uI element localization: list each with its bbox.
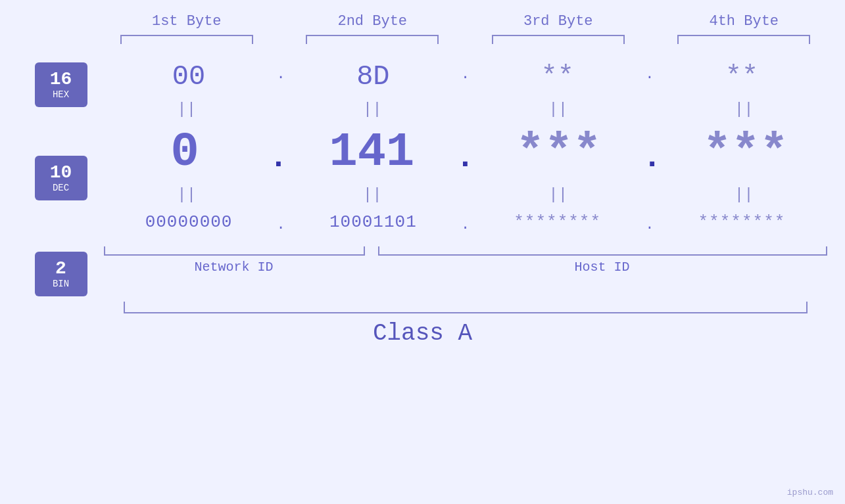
top-bracket-3 — [492, 35, 625, 44]
dec-badge: 10 DEC — [35, 156, 87, 200]
hex-byte1: 00 — [104, 49, 274, 99]
main-container: 1st Byte 2nd Byte 3rd Byte 4th Byte 16 — [0, 0, 845, 504]
dot-bin-1: . — [274, 217, 288, 233]
full-bottom-bracket — [124, 302, 808, 313]
eq1-1: || — [104, 99, 270, 120]
labels-column: 16 HEX 10 DEC 2 BIN — [18, 49, 104, 296]
dot-hex-2: . — [458, 66, 472, 83]
dot-hex-1: . — [274, 66, 288, 83]
eq1-2: || — [289, 99, 456, 120]
network-bracket — [104, 246, 365, 256]
dec-byte4: *** — [664, 120, 827, 185]
hex-byte3: ** — [472, 49, 642, 99]
class-label: Class A — [0, 320, 845, 347]
byte-header-2: 2nd Byte — [289, 13, 456, 35]
eq1-3: || — [475, 99, 642, 120]
hex-byte4: ** — [656, 49, 827, 99]
bottom-bracket-row — [104, 246, 827, 256]
eq2-3: || — [475, 185, 642, 206]
eq2-4: || — [661, 185, 827, 206]
dec-byte2: 141 — [291, 120, 453, 185]
equals-row-2: || || || || — [104, 185, 827, 206]
equals-row-1: || || || || — [104, 99, 827, 120]
bin-row: 00000000 . 10001101 . ******** . *******… — [104, 206, 827, 244]
values-grid: 00 . 8D . ** . ** || || || || 0 . — [104, 49, 827, 275]
dec-row: 0 . 141 . *** . *** — [104, 120, 827, 185]
hex-row: 00 . 8D . ** . ** — [104, 49, 827, 99]
hex-badge: 16 HEX — [35, 62, 87, 107]
eq2-1: || — [104, 185, 270, 206]
byte-header-4: 4th Byte — [661, 13, 827, 35]
dot-bin-3: . — [642, 217, 656, 233]
bin-byte2: 10001101 — [288, 206, 458, 244]
eq1-4: || — [661, 99, 827, 120]
dec-byte3: *** — [477, 120, 640, 185]
dot-dec-3: . — [640, 140, 664, 185]
id-labels-row: Network ID Host ID — [104, 260, 827, 275]
dec-byte1: 0 — [104, 120, 266, 185]
host-bracket — [378, 246, 827, 256]
dot-hex-3: . — [642, 66, 656, 83]
top-bracket-4 — [677, 35, 810, 44]
eq2-2: || — [289, 185, 456, 206]
network-id-label: Network ID — [104, 260, 364, 275]
top-bracket-2 — [306, 35, 439, 44]
bin-byte3: ******** — [472, 206, 642, 244]
top-bracket-1 — [120, 35, 253, 44]
bin-badge: 2 BIN — [35, 252, 87, 296]
dot-dec-1: . — [266, 140, 291, 185]
bin-byte1: 00000000 — [104, 206, 274, 244]
host-id-label: Host ID — [377, 260, 827, 275]
bin-byte4: ******** — [656, 206, 827, 244]
dot-bin-2: . — [458, 217, 472, 233]
byte-header-3: 3rd Byte — [475, 13, 642, 35]
dot-dec-2: . — [453, 140, 477, 185]
content-area: 16 HEX 10 DEC 2 BIN 00 . 8D . ** . ** — [18, 49, 827, 296]
watermark: ipshu.com — [787, 488, 833, 497]
hex-byte2: 8D — [288, 49, 458, 99]
byte-header-1: 1st Byte — [104, 13, 270, 35]
